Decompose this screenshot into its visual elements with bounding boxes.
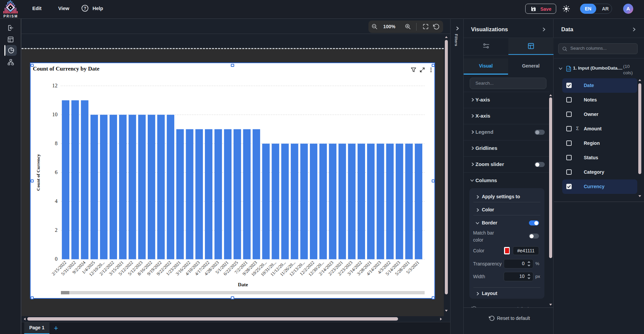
svg-text:6: 6 bbox=[55, 169, 58, 175]
svg-text:0: 0 bbox=[55, 256, 58, 262]
svg-text:PRISM: PRISM bbox=[3, 14, 18, 18]
svg-text:8: 8 bbox=[55, 140, 58, 146]
svg-text:4: 4 bbox=[55, 198, 58, 204]
svg-text:12: 12 bbox=[52, 83, 58, 88]
svg-text:Count of Currency: Count of Currency bbox=[36, 154, 41, 191]
svg-text:10: 10 bbox=[52, 112, 58, 117]
svg-text:Date: Date bbox=[238, 282, 248, 287]
svg-text:?: ? bbox=[84, 6, 86, 11]
svg-text:2: 2 bbox=[55, 227, 58, 233]
